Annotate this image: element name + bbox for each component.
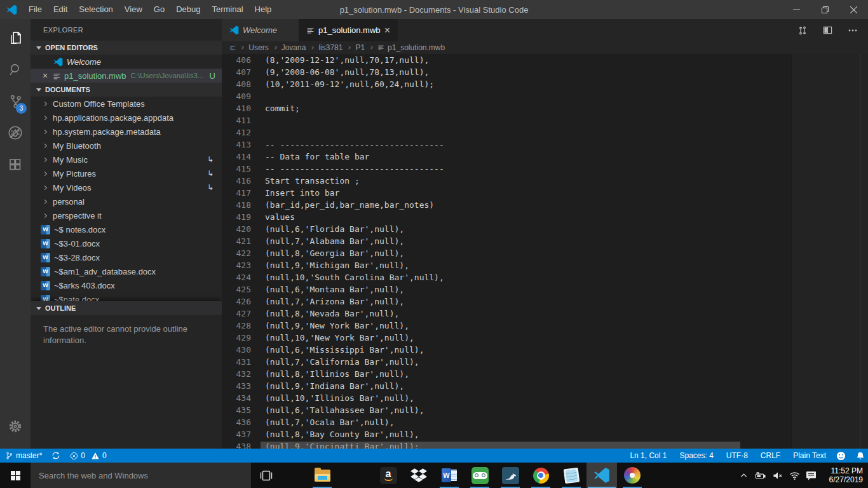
close-button[interactable]: [839, 0, 868, 19]
tree-item[interactable]: hp.applications.package.appdata: [31, 111, 222, 125]
open-editor-active-file[interactable]: × p1_solution.mwb C:\Users\Jovana\lis3..…: [31, 69, 222, 83]
breadcrumb-item[interactable]: P1: [355, 43, 365, 52]
open-changes-icon[interactable]: [797, 25, 808, 36]
settings-gear-icon[interactable]: [0, 410, 31, 442]
tab-welcome[interactable]: Welcome: [222, 19, 299, 41]
file-icon: [377, 44, 384, 51]
chevron-right-icon: [43, 213, 47, 217]
section-documents[interactable]: DOCUMENTS: [31, 83, 222, 97]
extensions-icon[interactable]: [0, 149, 31, 180]
tab-p1-solution[interactable]: p1_solution.mwb ×: [299, 19, 398, 41]
status-indentation[interactable]: Spaces: 4: [679, 451, 713, 460]
warning-icon: [91, 452, 100, 460]
tree-item[interactable]: W~$arks 403.docx: [31, 278, 222, 292]
taskbar-app-vscode[interactable]: [587, 463, 617, 488]
wifi-icon[interactable]: [789, 471, 800, 480]
taskbar-clock[interactable]: 11:52 PM 6/27/2019: [825, 466, 863, 484]
file-explorer-icon: [315, 470, 330, 482]
breadcrumb-item[interactable]: Users: [248, 43, 269, 52]
explorer-title: EXPLORER: [31, 19, 222, 41]
open-editor-welcome[interactable]: Welcome: [31, 55, 222, 69]
taskbar-app-color-swirl[interactable]: [617, 463, 648, 488]
code-line: 413-- ---------------------------------: [222, 139, 868, 151]
tree-item[interactable]: Custom Office Templates: [31, 97, 222, 111]
section-open-editors[interactable]: OPEN EDITORS: [31, 41, 222, 55]
menu-selection[interactable]: Selection: [73, 4, 118, 14]
status-eol[interactable]: CRLF: [761, 451, 780, 460]
problems-indicator[interactable]: 0 0: [70, 451, 106, 460]
tree-item[interactable]: W~$nate.docx: [31, 292, 222, 301]
code-line: 409: [222, 90, 868, 102]
breadcrumb-item[interactable]: c:: [229, 43, 236, 52]
code-line: 412: [222, 126, 868, 139]
tree-item[interactable]: hp.system.package.metadata: [31, 125, 222, 139]
code-line: 419values: [222, 211, 868, 223]
code-line: 422(null,8,'Georgia Bar',null),: [222, 247, 868, 259]
notifications-icon[interactable]: [806, 470, 817, 480]
tree-item[interactable]: My Music↳: [31, 152, 222, 166]
code-editor[interactable]: 406(8,'2009-12-12',null,70,17,null),407(…: [222, 54, 868, 449]
taskbar-app-word[interactable]: W: [434, 463, 465, 488]
tree-item[interactable]: My Videos↳: [31, 180, 222, 194]
search-icon[interactable]: [0, 53, 31, 85]
chevron-down-icon: [36, 88, 41, 92]
tree-item[interactable]: My Bluetooth: [31, 139, 222, 152]
menu-debug[interactable]: Debug: [170, 4, 206, 14]
taskbar-app-notepad[interactable]: [556, 463, 587, 488]
explorer-icon[interactable]: [0, 22, 31, 53]
menu-view[interactable]: View: [119, 4, 148, 14]
code-line: 423(null,9,'Michigan Bar',null),: [222, 259, 868, 271]
taskbar-app-dropbox[interactable]: [403, 463, 434, 488]
menu-terminal[interactable]: Terminal: [206, 4, 248, 14]
split-editor-icon[interactable]: [823, 25, 832, 35]
menu-file[interactable]: File: [23, 4, 48, 14]
tree-item[interactable]: W~$3-01.docx: [31, 236, 222, 250]
close-tab-icon[interactable]: ×: [384, 27, 390, 34]
taskbar-app-chrome[interactable]: [526, 463, 556, 488]
bell-icon[interactable]: [856, 451, 865, 461]
taskbar-search-box[interactable]: Search the web and Windows: [31, 463, 251, 488]
tree-item[interactable]: My Pictures↳: [31, 166, 222, 180]
status-encoding[interactable]: UTF-8: [726, 451, 748, 460]
chevron-right-icon: [43, 101, 47, 105]
git-branch-indicator[interactable]: master*: [5, 451, 42, 460]
notepad-icon: [564, 468, 579, 483]
code-line: 420(null,6,'Florida Bar',null),: [222, 223, 868, 235]
breadcrumb-item[interactable]: p1_solution.mwb: [377, 43, 445, 52]
breadcrumb-item[interactable]: lis3781: [318, 43, 343, 52]
breadcrumb-separator-icon: [273, 46, 277, 50]
section-outline[interactable]: OUTLINE: [31, 301, 222, 315]
taskbar-app-mysql-workbench[interactable]: [495, 463, 526, 488]
tree-item[interactable]: W~$3-28.docx: [31, 250, 222, 264]
status-bar: master* 0 0 Ln 1, Col 1Spaces: 4UTF-8CRL…: [0, 449, 868, 463]
sync-button[interactable]: [51, 451, 60, 460]
menu-help[interactable]: Help: [249, 4, 278, 14]
start-button[interactable]: [0, 463, 31, 488]
taskbar-app-file-explorer[interactable]: [307, 463, 337, 488]
battery-icon[interactable]: [754, 471, 766, 480]
breadcrumb-item[interactable]: Jovana: [281, 43, 307, 52]
taskbar-app-tripadvisor[interactable]: [465, 463, 495, 488]
source-control-icon[interactable]: 3: [0, 85, 31, 117]
chevron-right-icon: [43, 199, 47, 203]
menu-edit[interactable]: Edit: [48, 4, 73, 14]
chevron-up-icon[interactable]: [739, 471, 749, 480]
minimize-button[interactable]: [782, 0, 811, 19]
volume-muted-icon[interactable]: [772, 471, 783, 480]
debug-icon[interactable]: [0, 117, 31, 149]
taskbar-app-amazon[interactable]: a: [373, 463, 403, 488]
tree-item[interactable]: perspective it: [31, 208, 222, 222]
horizontal-scrollbar[interactable]: [261, 442, 740, 449]
tree-item[interactable]: personal: [31, 194, 222, 208]
tree-item[interactable]: W~$am1_adv_database.docx: [31, 264, 222, 278]
restore-button[interactable]: [811, 0, 839, 19]
feedback-smiley-icon[interactable]: [836, 451, 846, 461]
tree-item[interactable]: W~$ notes.docx: [31, 222, 222, 236]
status-language-mode[interactable]: Plain Text: [793, 451, 826, 460]
status-cursor-position[interactable]: Ln 1, Col 1: [630, 451, 667, 460]
close-icon[interactable]: ×: [43, 71, 53, 80]
more-actions-icon[interactable]: [848, 25, 858, 36]
task-view-button[interactable]: [251, 463, 281, 488]
color-swirl-icon: [624, 467, 641, 484]
menu-go[interactable]: Go: [148, 4, 170, 14]
